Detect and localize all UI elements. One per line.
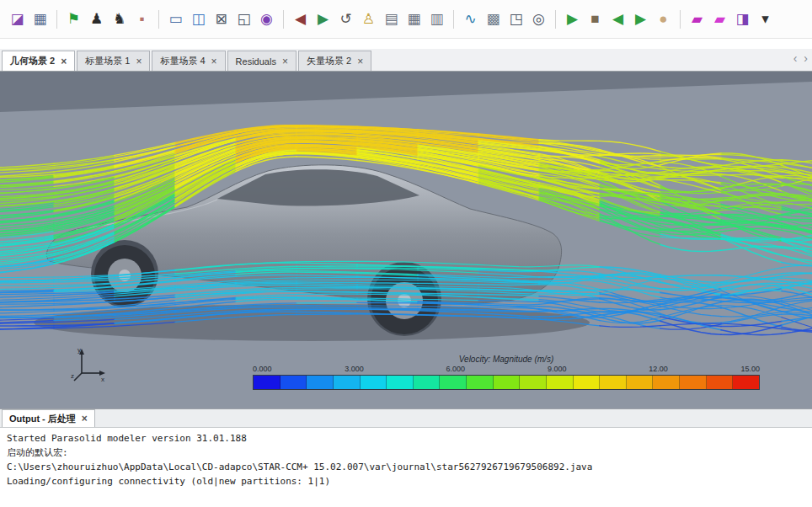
colorbar-gradient — [253, 375, 760, 390]
new-vector-scene-icon[interactable]: ▰ — [709, 8, 730, 30]
stop-solver-icon[interactable]: ▪ — [131, 8, 152, 30]
toolbar-separator — [158, 10, 159, 29]
toolbar-gap — [0, 39, 812, 49]
scene-image-icon[interactable]: ▩ — [483, 8, 504, 30]
scene-tab-label: Residuals — [236, 56, 276, 67]
colorbar-segment — [574, 376, 601, 389]
colorbar-segment — [680, 376, 707, 389]
scene-tab-label: 矢量场景 2 — [307, 55, 351, 67]
tab-close-icon[interactable]: × — [211, 56, 217, 67]
console-output[interactable]: Started Parasolid modeler version 31.01.… — [0, 428, 812, 507]
colorbar-segment — [387, 376, 414, 389]
new-geometry-scene-icon[interactable]: ◨ — [732, 8, 753, 30]
toolbar-separator — [453, 10, 454, 29]
colorbar-tick-label: 0.000 — [253, 365, 272, 373]
run-flag-icon[interactable]: ⚑ — [63, 8, 84, 30]
open-simulation-icon[interactable]: ◪ — [7, 8, 28, 30]
scene-tab-1[interactable]: 标量场景 1× — [77, 51, 150, 71]
toolbar-separator — [283, 10, 284, 29]
colorbar-legend: Velocity: Magnitude (m/s) 0.0003.0006.00… — [253, 355, 760, 390]
axis-triad: y x z — [71, 344, 108, 387]
colorbar-segment — [547, 376, 574, 389]
colorbar-segment — [440, 376, 467, 389]
output-tab-label: Output - 后处理 — [9, 413, 76, 425]
export-view-icon[interactable]: ◱ — [233, 8, 254, 30]
colorbar-ticks: 0.0003.0006.0009.00012.0015.00 — [253, 365, 760, 375]
scene-tabs: 几何场景 2×标量场景 1×标量场景 4×Residuals×矢量场景 2× — [2, 51, 373, 71]
record-icon[interactable]: ● — [653, 8, 674, 30]
tab-close-icon[interactable]: × — [136, 56, 142, 67]
new-window-icon[interactable]: ◫ — [188, 8, 209, 30]
tab-scroll-right-icon[interactable]: › — [804, 52, 808, 64]
tab-close-icon[interactable]: × — [61, 56, 67, 67]
ruler-icon[interactable]: ▤ — [381, 8, 402, 30]
scene-tab-label: 标量场景 1 — [85, 55, 130, 67]
colorbar-segment — [254, 376, 280, 389]
scene-tab-3[interactable]: Residuals× — [227, 51, 296, 71]
colorbar-segment — [414, 376, 441, 389]
colorbar-segment — [653, 376, 680, 389]
colorbar-segment — [334, 376, 361, 389]
console-line: 启动的默认宏: — [7, 446, 805, 460]
main-toolbar: ◪▦⚑♟♞▪▭◫⊠◱◉◀▶↺♙▤▦▥∿▩◳◎▶■◀▶●▰▰◨▾ — [0, 0, 812, 39]
stop-animation-icon[interactable]: ■ — [585, 8, 606, 30]
triad-x-label: x — [101, 376, 104, 383]
scene-tabbar: 几何场景 2×标量场景 1×标量场景 4×Residuals×矢量场景 2× ‹… — [0, 49, 812, 72]
plot-monitor-icon[interactable]: ∿ — [460, 8, 481, 30]
export-scene-icon[interactable]: ◳ — [505, 8, 526, 30]
colorbar-segment — [600, 376, 627, 389]
notes-icon[interactable]: ▭ — [165, 8, 186, 30]
toolbar-separator — [56, 10, 57, 29]
run-solver-icon[interactable]: ♞ — [109, 8, 130, 30]
colorbar-tick-label: 15.00 — [740, 365, 760, 373]
colorbar-segment — [627, 376, 654, 389]
walk-solver-icon[interactable]: ♟ — [86, 8, 107, 30]
scene-tab-4[interactable]: 矢量场景 2× — [298, 51, 371, 71]
new-scalar-scene-icon[interactable]: ▰ — [686, 8, 708, 30]
output-tabbar: Output - 后处理 × — [0, 409, 812, 428]
colorbar-title: Velocity: Magnitude (m/s) — [253, 355, 760, 364]
grid-cells-icon[interactable]: ▥ — [426, 8, 447, 30]
step-back-icon[interactable]: ◀ — [607, 8, 628, 30]
scene-tab-label: 几何场景 2 — [10, 55, 55, 67]
view-back-icon[interactable]: ◀ — [290, 8, 311, 30]
step-forward-icon[interactable]: ▶ — [630, 8, 651, 30]
triad-y-label: y — [77, 346, 81, 354]
toolbar-separator — [680, 10, 681, 29]
snapshot-icon[interactable]: ◉ — [256, 8, 277, 30]
colorbar-tick-label: 12.00 — [649, 365, 668, 373]
colorbar-tick-label: 3.000 — [345, 365, 364, 373]
output-tab-close-icon[interactable]: × — [82, 413, 88, 424]
colorbar-segment — [280, 376, 307, 389]
reset-view-icon[interactable]: ↺ — [335, 8, 356, 30]
output-panel: Output - 后处理 × Started Parasolid modeler… — [0, 408, 812, 507]
colorbar-segment — [467, 376, 494, 389]
scene-tab-0[interactable]: 几何场景 2× — [2, 51, 75, 71]
colorbar-segment — [307, 376, 334, 389]
scene-menu-dropdown-icon[interactable]: ▾ — [755, 8, 776, 30]
spreadsheet-icon[interactable]: ▦ — [29, 8, 51, 30]
tab-close-icon[interactable]: × — [282, 56, 288, 67]
colorbar-segment — [520, 376, 547, 389]
scene-tab-2[interactable]: 标量场景 4× — [152, 51, 225, 71]
view-forward-icon[interactable]: ▶ — [313, 8, 334, 30]
colorbar-tick-label: 6.000 — [446, 365, 466, 373]
colorbar-segment — [494, 376, 521, 389]
probe-tool-icon[interactable]: ♙ — [358, 8, 379, 30]
colorbar-segment — [361, 376, 387, 389]
colorbar-segment — [733, 376, 759, 389]
tab-close-icon[interactable]: × — [357, 56, 363, 67]
output-tab[interactable]: Output - 后处理 × — [2, 409, 95, 427]
zoom-select-icon[interactable]: ◎ — [528, 8, 549, 30]
toolbar-separator — [555, 10, 556, 29]
colorbar-tick-label: 9.000 — [548, 365, 567, 373]
tab-scroll-left-icon[interactable]: ‹ — [793, 52, 798, 64]
grid-table-icon[interactable]: ▦ — [403, 8, 425, 30]
close-scene-icon[interactable]: ⊠ — [211, 8, 232, 30]
tab-scroll-controls: ‹ › — [793, 52, 808, 64]
triad-z-label: z — [71, 372, 74, 380]
play-animation-icon[interactable]: ▶ — [562, 8, 583, 30]
domain-far-edge — [0, 72, 812, 112]
console-line: Loading/configuring connectivity (old|ne… — [7, 474, 805, 488]
graphics-viewport[interactable]: y x z Velocity: Magnitude (m/s) 0.0003.0… — [0, 72, 812, 408]
